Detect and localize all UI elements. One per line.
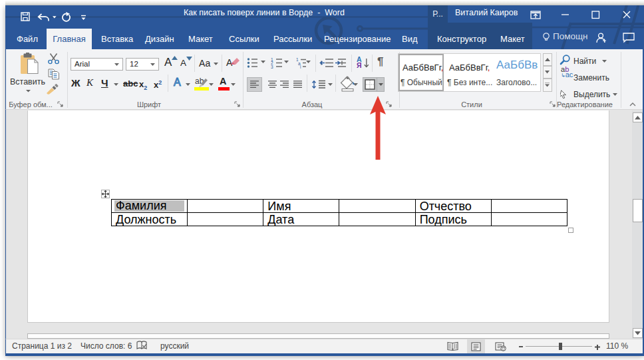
svg-text:i: i [300,65,301,69]
svg-text:3: 3 [271,65,273,69]
